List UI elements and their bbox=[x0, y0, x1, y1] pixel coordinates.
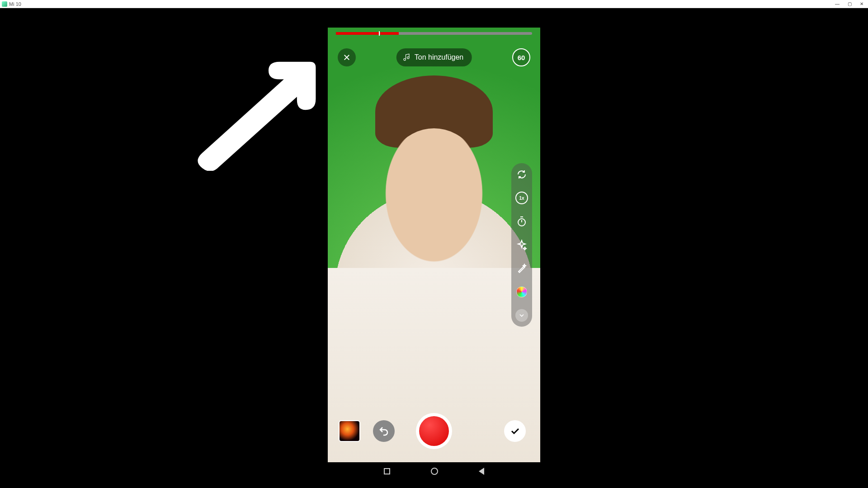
flip-camera-button[interactable] bbox=[515, 168, 528, 181]
person-face bbox=[377, 128, 491, 273]
phone-frame: Ton hinzufügen 60 1x bbox=[328, 19, 540, 480]
retouch-button[interactable] bbox=[515, 262, 528, 275]
window-title: Mi 10 bbox=[9, 1, 21, 7]
undo-button[interactable] bbox=[373, 420, 395, 442]
chevron-down-icon bbox=[515, 309, 528, 322]
flip-camera-icon bbox=[516, 169, 527, 180]
duration-button[interactable]: 60 bbox=[512, 48, 530, 66]
close-icon bbox=[343, 53, 351, 61]
nav-back-button[interactable] bbox=[479, 468, 484, 475]
recording-progress bbox=[336, 32, 532, 35]
side-toolbar: 1x bbox=[511, 163, 532, 327]
duration-label: 60 bbox=[518, 54, 525, 61]
effects-button[interactable] bbox=[515, 238, 528, 252]
magic-wand-icon bbox=[516, 263, 527, 274]
android-nav-bar bbox=[328, 462, 540, 480]
record-button[interactable] bbox=[416, 413, 452, 449]
gallery-button[interactable] bbox=[339, 420, 360, 442]
undo-icon bbox=[378, 426, 389, 436]
minimize-button[interactable]: — bbox=[835, 1, 840, 6]
window-titlebar: Mi 10 — ▢ ✕ bbox=[0, 0, 868, 8]
pointer-arrow-icon bbox=[190, 53, 321, 171]
progress-segment bbox=[336, 32, 379, 35]
camera-viewfinder bbox=[328, 28, 540, 465]
timer-icon bbox=[516, 216, 527, 227]
filters-button[interactable] bbox=[515, 285, 528, 299]
speed-button[interactable]: 1x bbox=[515, 191, 528, 205]
music-note-icon bbox=[403, 53, 411, 61]
progress-segment bbox=[380, 32, 399, 35]
timer-button[interactable] bbox=[515, 215, 528, 228]
close-window-button[interactable]: ✕ bbox=[860, 1, 863, 6]
app-icon bbox=[2, 1, 7, 7]
add-sound-label: Ton hinzufügen bbox=[415, 53, 464, 61]
window-controls: — ▢ ✕ bbox=[835, 1, 866, 6]
maximize-button[interactable]: ▢ bbox=[848, 1, 852, 6]
stage: Ton hinzufügen 60 1x bbox=[0, 8, 868, 488]
sparkle-icon bbox=[516, 239, 527, 250]
nav-home-button[interactable] bbox=[431, 468, 438, 475]
recorder-bottombar bbox=[328, 413, 540, 449]
speed-icon: 1x bbox=[515, 192, 528, 204]
nav-recent-button[interactable] bbox=[384, 468, 390, 474]
confirm-button[interactable] bbox=[504, 420, 526, 442]
check-icon bbox=[509, 426, 520, 436]
expand-toolbar-button[interactable] bbox=[515, 309, 528, 322]
phone-screen: Ton hinzufügen 60 1x bbox=[328, 28, 540, 465]
recorder-topbar: Ton hinzufügen 60 bbox=[328, 44, 540, 71]
color-wheel-icon bbox=[516, 286, 527, 297]
add-sound-button[interactable]: Ton hinzufügen bbox=[396, 48, 472, 66]
close-button[interactable] bbox=[338, 48, 356, 66]
